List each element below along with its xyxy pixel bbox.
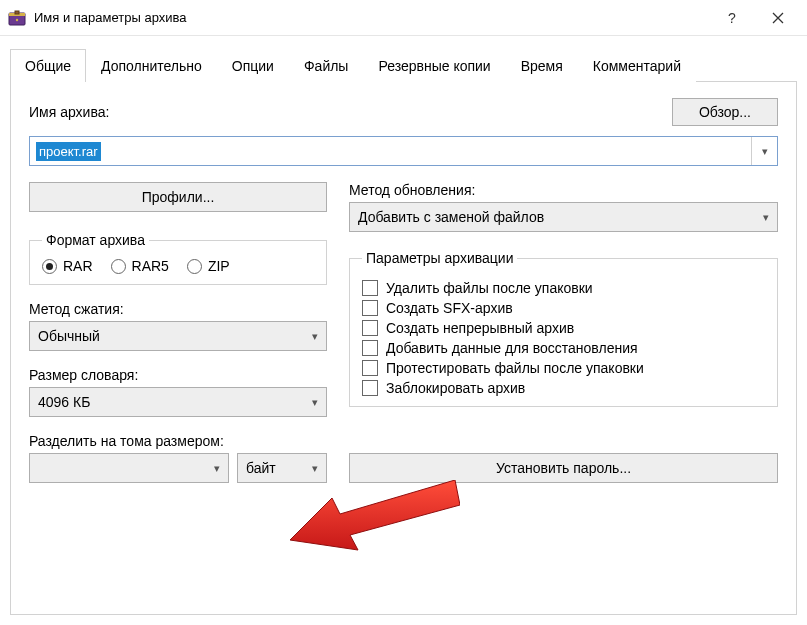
svg-rect-2 bbox=[15, 11, 19, 14]
archive-params-group: Параметры архивации Удалить файлы после … bbox=[349, 250, 778, 407]
right-column: Метод обновления: Добавить с заменой фай… bbox=[349, 182, 778, 483]
tab-comment[interactable]: Комментарий bbox=[578, 49, 696, 82]
chevron-down-icon: ▾ bbox=[214, 462, 220, 475]
split-size-input[interactable]: ▾ bbox=[29, 453, 229, 483]
app-icon bbox=[8, 9, 26, 27]
archive-name-input[interactable]: проект.rar ▾ bbox=[29, 136, 778, 166]
archive-name-row: Имя архива: Обзор... bbox=[29, 98, 778, 126]
content: Общие Дополнительно Опции Файлы Резервны… bbox=[0, 36, 807, 625]
dictionary-label: Размер словаря: bbox=[29, 367, 327, 383]
checkbox-test[interactable]: Протестировать файлы после упаковки bbox=[362, 360, 765, 376]
tab-general[interactable]: Общие bbox=[10, 49, 86, 82]
tab-backups[interactable]: Резервные копии bbox=[363, 49, 505, 82]
set-password-button[interactable]: Установить пароль... bbox=[349, 453, 778, 483]
svg-point-3 bbox=[16, 18, 18, 20]
tab-time[interactable]: Время bbox=[506, 49, 578, 82]
close-button[interactable] bbox=[755, 0, 801, 36]
update-method-label: Метод обновления: bbox=[349, 182, 778, 198]
chevron-down-icon: ▾ bbox=[312, 396, 318, 409]
archive-name-label: Имя архива: bbox=[29, 104, 109, 120]
chevron-down-icon: ▾ bbox=[763, 211, 769, 224]
dictionary-select[interactable]: 4096 КБ ▾ bbox=[29, 387, 327, 417]
tab-bar: Общие Дополнительно Опции Файлы Резервны… bbox=[10, 42, 797, 82]
archive-format-legend: Формат архива bbox=[42, 232, 149, 248]
general-panel: Имя архива: Обзор... проект.rar ▾ Профил… bbox=[10, 82, 797, 615]
tab-advanced[interactable]: Дополнительно bbox=[86, 49, 217, 82]
split-label: Разделить на тома размером: bbox=[29, 433, 327, 449]
tab-options[interactable]: Опции bbox=[217, 49, 289, 82]
archive-dialog: Имя и параметры архива ? Общие Дополните… bbox=[0, 0, 807, 625]
tab-files[interactable]: Файлы bbox=[289, 49, 363, 82]
split-unit-select[interactable]: байт ▾ bbox=[237, 453, 327, 483]
columns: Профили... Формат архива RAR RAR5 bbox=[29, 182, 778, 483]
checkbox-delete-after[interactable]: Удалить файлы после упаковки bbox=[362, 280, 765, 296]
help-button[interactable]: ? bbox=[709, 0, 755, 36]
archive-params-legend: Параметры архивации bbox=[362, 250, 517, 266]
compression-select[interactable]: Обычный ▾ bbox=[29, 321, 327, 351]
chevron-down-icon: ▾ bbox=[312, 330, 318, 343]
profiles-button[interactable]: Профили... bbox=[29, 182, 327, 212]
archive-format-group: Формат архива RAR RAR5 bbox=[29, 232, 327, 285]
chevron-down-icon: ▾ bbox=[312, 462, 318, 475]
chevron-down-icon[interactable]: ▾ bbox=[751, 137, 777, 165]
radio-rar[interactable]: RAR bbox=[42, 258, 93, 274]
checkbox-solid[interactable]: Создать непрерывный архив bbox=[362, 320, 765, 336]
checkbox-lock[interactable]: Заблокировать архив bbox=[362, 380, 765, 396]
archive-name-value: проект.rar bbox=[36, 142, 101, 161]
window-title: Имя и параметры архива bbox=[34, 10, 709, 25]
compression-label: Метод сжатия: bbox=[29, 301, 327, 317]
titlebar: Имя и параметры архива ? bbox=[0, 0, 807, 36]
checkbox-sfx[interactable]: Создать SFX-архив bbox=[362, 300, 765, 316]
left-column: Профили... Формат архива RAR RAR5 bbox=[29, 182, 327, 483]
update-method-select[interactable]: Добавить с заменой файлов ▾ bbox=[349, 202, 778, 232]
browse-button[interactable]: Обзор... bbox=[672, 98, 778, 126]
checkbox-recovery[interactable]: Добавить данные для восстановления bbox=[362, 340, 765, 356]
radio-zip[interactable]: ZIP bbox=[187, 258, 230, 274]
radio-rar5[interactable]: RAR5 bbox=[111, 258, 169, 274]
